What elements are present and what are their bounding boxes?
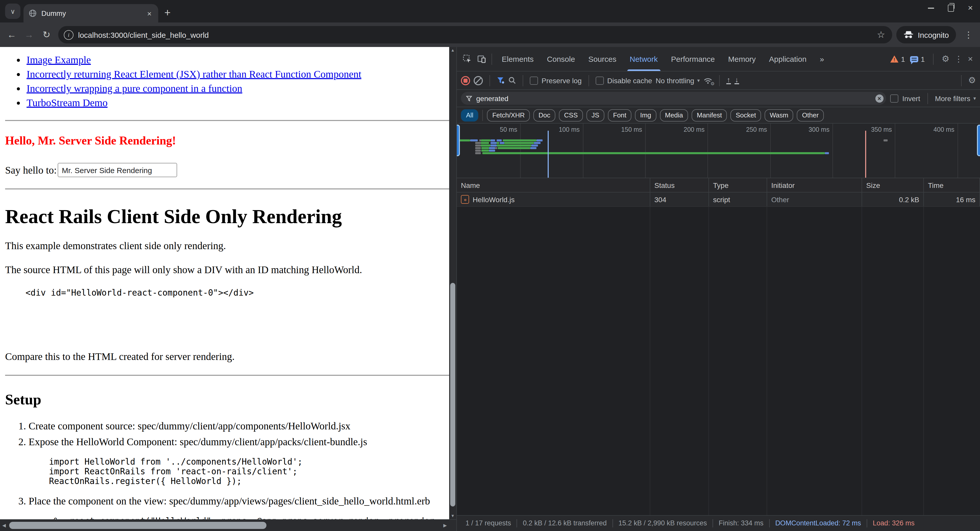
- link-image-example[interactable]: Image Example: [27, 54, 91, 65]
- waterfall-bar-segment: [490, 142, 496, 144]
- chip-doc[interactable]: Doc: [533, 109, 555, 121]
- invert-checkbox[interactable]: [890, 94, 898, 102]
- devtools-tabbar: Elements Console Sources Network Perform…: [457, 47, 980, 72]
- horizontal-scroll-thumb[interactable]: [9, 522, 266, 529]
- overview-left-handle[interactable]: [457, 124, 460, 156]
- disable-cache-checkbox[interactable]: [595, 77, 604, 85]
- bookmark-star-icon[interactable]: ☆: [873, 29, 889, 40]
- tab-memory[interactable]: Memory: [721, 47, 762, 71]
- clear-network-log-icon[interactable]: [474, 76, 483, 85]
- device-toolbar-icon[interactable]: [474, 52, 488, 65]
- gear-icon: ⚙: [711, 81, 714, 86]
- link-incorrect-react-element[interactable]: Incorrectly returning React Element (JSX…: [27, 69, 361, 80]
- waterfall-bar-segment: [825, 152, 829, 154]
- scroll-up-icon[interactable]: ▲: [449, 47, 456, 54]
- column-header-type[interactable]: Type: [709, 178, 767, 192]
- chip-socket[interactable]: Socket: [731, 109, 761, 121]
- browser-menu-kebab-icon[interactable]: ⋮: [961, 29, 976, 40]
- column-header-initiator[interactable]: Initiator: [767, 178, 862, 192]
- incognito-icon: [904, 30, 914, 39]
- tab-application[interactable]: Application: [762, 47, 813, 71]
- page-horizontal-scrollbar[interactable]: ◀ ▶: [0, 519, 456, 531]
- paragraph-source-html: The source HTML of this page will only s…: [5, 264, 455, 276]
- tab-network[interactable]: Network: [623, 47, 664, 71]
- inspect-element-icon[interactable]: [460, 52, 474, 65]
- invert-label[interactable]: Invert: [902, 94, 920, 102]
- tab-elements[interactable]: Elements: [495, 47, 540, 71]
- back-button[interactable]: ←: [4, 27, 19, 42]
- name-input[interactable]: [58, 163, 177, 177]
- devtools-menu-kebab-icon[interactable]: ⋮: [955, 54, 963, 64]
- devtools-settings-gear-icon[interactable]: ⚙: [942, 54, 950, 64]
- warning-icon[interactable]: !: [890, 56, 898, 62]
- column-header-time[interactable]: Time: [924, 178, 980, 192]
- reload-button[interactable]: ↻: [39, 27, 54, 42]
- forward-button[interactable]: →: [21, 27, 37, 42]
- network-settings-gear-icon[interactable]: ⚙: [968, 75, 976, 86]
- overview-right-handle[interactable]: [977, 124, 980, 156]
- more-filters-dropdown[interactable]: More filters ▾: [935, 94, 976, 102]
- chip-manifest[interactable]: Manifest: [692, 109, 727, 121]
- filter-funnel-icon[interactable]: [496, 77, 505, 84]
- scroll-down-icon[interactable]: ▼: [449, 513, 456, 520]
- new-tab-button[interactable]: +: [164, 6, 171, 19]
- clear-filter-icon[interactable]: ×: [875, 94, 883, 102]
- preserve-log-label[interactable]: Preserve log: [542, 77, 582, 85]
- more-tabs-icon[interactable]: »: [813, 47, 831, 71]
- column-header-name[interactable]: Name: [457, 178, 650, 192]
- chip-all[interactable]: All: [461, 109, 479, 121]
- chip-img[interactable]: Img: [635, 109, 656, 121]
- table-row[interactable]: ‹› HelloWorld.js 304 script Other 0.2 kB…: [457, 193, 980, 207]
- filter-input[interactable]: generated ×: [461, 92, 886, 105]
- requests-table-body[interactable]: [457, 207, 980, 515]
- tab-performance[interactable]: Performance: [664, 47, 721, 71]
- disable-cache-label[interactable]: Disable cache: [607, 77, 652, 85]
- window-close-button[interactable]: ×: [968, 5, 973, 11]
- scroll-right-icon[interactable]: ▶: [441, 520, 449, 531]
- url-bar[interactable]: i localhost:3000/client_side_hello_world…: [58, 26, 892, 43]
- scroll-left-icon[interactable]: ◀: [0, 520, 8, 531]
- network-overview-timeline[interactable]: 50 ms100 ms150 ms200 ms250 ms300 ms350 m…: [457, 124, 980, 178]
- finish-time: Finish: 334 ms: [713, 519, 770, 528]
- search-icon[interactable]: [508, 77, 516, 84]
- browser-tab[interactable]: Dummy ×: [24, 4, 158, 22]
- filter-input-value[interactable]: generated: [476, 94, 871, 102]
- chip-media[interactable]: Media: [660, 109, 688, 121]
- chip-css[interactable]: CSS: [559, 109, 583, 121]
- network-conditions-icon[interactable]: ⚙: [703, 77, 713, 84]
- devtools-close-icon[interactable]: ×: [968, 54, 973, 64]
- waterfall-bar-segment: [496, 142, 499, 144]
- tab-search-button[interactable]: ∨: [5, 3, 21, 19]
- link-incorrect-wrapping[interactable]: Incorrectly wrapping a pure component in…: [27, 83, 242, 94]
- resources-size: 15.2 kB / 2,990 kB resources: [613, 519, 713, 528]
- window-restore-button[interactable]: [948, 5, 954, 12]
- column-header-status[interactable]: Status: [650, 178, 709, 192]
- console-message-icon[interactable]: [910, 56, 918, 62]
- column-header-size[interactable]: Size: [862, 178, 924, 192]
- chip-wasm[interactable]: Wasm: [765, 109, 794, 121]
- tab-sources[interactable]: Sources: [582, 47, 623, 71]
- chip-font[interactable]: Font: [608, 109, 632, 121]
- waterfall-bar-segment: [476, 150, 481, 151]
- tab-close-icon[interactable]: ×: [145, 9, 153, 18]
- page-vertical-scrollbar[interactable]: ▲ ▼: [449, 47, 456, 520]
- window-minimize-button[interactable]: [928, 8, 934, 9]
- tab-console[interactable]: Console: [540, 47, 582, 71]
- waterfall-bar-segment: [476, 147, 481, 149]
- paragraph-client-side: This example demonstrates client side on…: [5, 240, 455, 252]
- chip-js[interactable]: JS: [587, 109, 605, 121]
- chip-other[interactable]: Other: [797, 109, 824, 121]
- export-har-icon[interactable]: ↓: [735, 77, 739, 84]
- vertical-scroll-thumb[interactable]: [450, 283, 455, 507]
- import-har-icon[interactable]: ↑: [726, 77, 731, 84]
- record-network-log-button[interactable]: [461, 76, 470, 85]
- waterfall-bar-segment: [496, 139, 502, 142]
- chevron-down-icon: ∨: [10, 7, 15, 15]
- chip-fetch-xhr[interactable]: Fetch/XHR: [487, 109, 530, 121]
- site-info-icon[interactable]: i: [64, 30, 73, 40]
- url-text[interactable]: localhost:3000/client_side_hello_world: [78, 30, 873, 39]
- throttling-dropdown[interactable]: No throttling ▾: [655, 77, 700, 85]
- link-turbostream-demo[interactable]: TurboStream Demo: [27, 97, 107, 108]
- preserve-log-checkbox[interactable]: [530, 77, 538, 85]
- tab-title: Dummy: [41, 9, 145, 18]
